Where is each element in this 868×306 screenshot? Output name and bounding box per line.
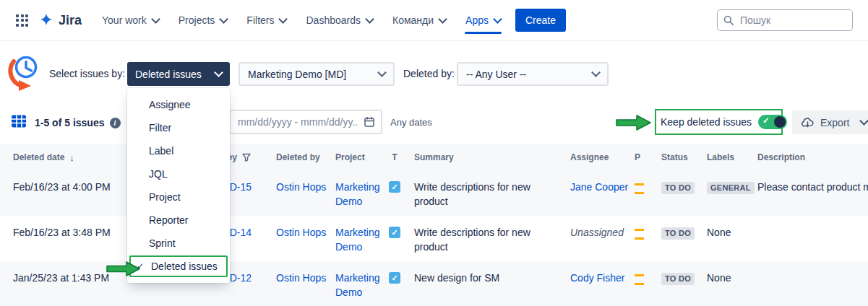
menu-item-project[interactable]: Project [127, 185, 230, 209]
column-label: Summary [414, 152, 454, 162]
assignee-link[interactable]: Cody Fisher [570, 272, 624, 284]
primary-nav: Your work Projects Filters Dashboards Ко… [102, 0, 501, 40]
task-type-icon: ✓ [389, 181, 400, 193]
project-dropdown[interactable]: Marketing Demo [MD] [239, 62, 395, 86]
issue-source-dropdown[interactable]: Deleted issues [127, 62, 230, 86]
check-icon: ✓ [137, 261, 146, 271]
column-header-project: Project [327, 152, 384, 162]
any-dates-hint: Any dates [390, 117, 432, 128]
menu-item-label: Deleted issues [151, 261, 218, 272]
project-link[interactable]: Marketing Demo [335, 227, 379, 253]
status-badge: TO DO [661, 227, 695, 240]
column-header-summary: Summary [405, 152, 562, 162]
menu-item-label: Label [149, 145, 173, 157]
task-type-icon: ✓ [389, 227, 400, 238]
top-navigation-bar: Jira Your work Projects Filters Dashboar… [0, 0, 868, 41]
create-button[interactable]: Create [515, 9, 566, 32]
nav-projects[interactable]: Projects [179, 0, 228, 40]
task-type-icon: ✓ [389, 272, 400, 284]
status-badge: TO DO [661, 182, 695, 194]
export-button[interactable]: Export [792, 110, 868, 134]
nav-dashboards[interactable]: Dashboards [306, 0, 373, 40]
column-label: Assignee [570, 152, 609, 162]
column-label: Description [757, 152, 805, 162]
jira-logo-icon [38, 13, 54, 27]
info-icon[interactable]: i [110, 118, 121, 128]
menu-item-reporter[interactable]: Reporter [127, 209, 230, 232]
jira-logo[interactable]: Jira [38, 13, 82, 28]
column-label: Deleted by [276, 152, 320, 162]
summary-cell: Write descriptions for new product [405, 170, 562, 216]
chevron-down-icon [591, 68, 601, 77]
select-issues-by-label: Select issues by: [49, 68, 125, 79]
date-range-input[interactable] [236, 115, 359, 128]
app-switcher-icon[interactable] [16, 14, 28, 27]
column-label: Deleted date [13, 152, 64, 162]
deleted-by-link[interactable]: Ostin Hops [276, 181, 326, 193]
project-dropdown-value: Marketing Demo [MD] [248, 69, 346, 80]
chevron-down-icon [151, 14, 160, 24]
nav-your-work[interactable]: Your work [102, 0, 159, 40]
summary-cell: Write descriptions for new product [405, 216, 562, 261]
column-header-type: T [384, 152, 405, 162]
chevron-down-icon [365, 14, 374, 24]
deleted-by-dropdown[interactable]: -- Any User -- [457, 62, 609, 86]
nav-label: Your work [102, 14, 147, 26]
project-link[interactable]: Marketing Demo [335, 272, 379, 298]
column-header-priority: P [625, 152, 652, 162]
menu-item-label: JQL [149, 168, 168, 180]
menu-item-sprint[interactable]: Sprint [127, 232, 230, 255]
sort-desc-icon: ↓ [69, 152, 74, 163]
menu-item-label: Filter [149, 122, 171, 134]
chevron-down-icon [279, 14, 288, 24]
results-count: 1-5 of 5 issues i [35, 117, 121, 128]
restore-history-icon [4, 52, 43, 95]
deleted-by-value: -- Any User -- [466, 69, 526, 80]
column-header-assignee: Assignee [562, 152, 625, 162]
keep-deleted-toggle[interactable]: ✓ [758, 115, 787, 129]
assignee-link[interactable]: Jane Cooper [570, 181, 628, 193]
column-label: Project [335, 152, 365, 162]
nav-filters[interactable]: Filters [246, 0, 286, 40]
annotation-arrow-toggle [616, 114, 652, 134]
column-label: T [392, 152, 397, 162]
issue-source-value: Deleted issues [135, 69, 202, 80]
priority-medium-icon [635, 229, 644, 240]
calendar-icon[interactable] [364, 116, 375, 128]
date-range-field [229, 110, 382, 134]
labels-cell: None [697, 261, 748, 306]
labels-badge: GENERAL [707, 182, 755, 194]
search-icon [723, 15, 734, 25]
menu-item-label: Project [149, 191, 181, 203]
deleted-by-link[interactable]: Ostin Hops [276, 272, 326, 284]
select-by-dropdown-menu: Assignee Filter Label JQL Project Report… [127, 88, 230, 283]
nav-apps[interactable]: Apps [465, 0, 501, 40]
annotation-box-keep-deleted: Keep deleted issues ✓ [655, 109, 783, 135]
menu-item-deleted-issues[interactable]: ✓ Deleted issues [129, 255, 228, 277]
cloud-download-icon [801, 117, 815, 128]
description-cell [748, 216, 868, 261]
column-header-labels: Labels [697, 152, 748, 162]
jira-deleted-issues-page: Jira Your work Projects Filters Dashboar… [0, 0, 868, 306]
project-link[interactable]: Marketing Demo [335, 181, 379, 207]
column-header-description: Description [748, 152, 868, 162]
filter-funnel-icon[interactable] [242, 153, 251, 162]
menu-item-jql[interactable]: JQL [127, 162, 230, 185]
priority-medium-icon [635, 274, 644, 285]
column-header-deleted-by: Deleted by [267, 152, 327, 162]
search-input[interactable] [739, 14, 846, 27]
summary-cell: New design for SM [405, 261, 562, 306]
column-label: P [635, 152, 640, 162]
nav-teams[interactable]: Команди [392, 0, 446, 40]
menu-item-assignee[interactable]: Assignee [127, 93, 230, 116]
deleted-by-link[interactable]: Ostin Hops [276, 227, 326, 238]
description-cell: Please contact product m [748, 170, 868, 216]
chevron-down-icon [214, 68, 223, 77]
nav-label: Projects [179, 14, 215, 26]
menu-item-label[interactable]: Label [127, 139, 230, 162]
priority-medium-icon [635, 183, 644, 194]
description-cell [748, 261, 868, 306]
logo-text: Jira [59, 13, 82, 28]
column-label: Status [661, 152, 688, 162]
menu-item-filter[interactable]: Filter [127, 116, 230, 139]
